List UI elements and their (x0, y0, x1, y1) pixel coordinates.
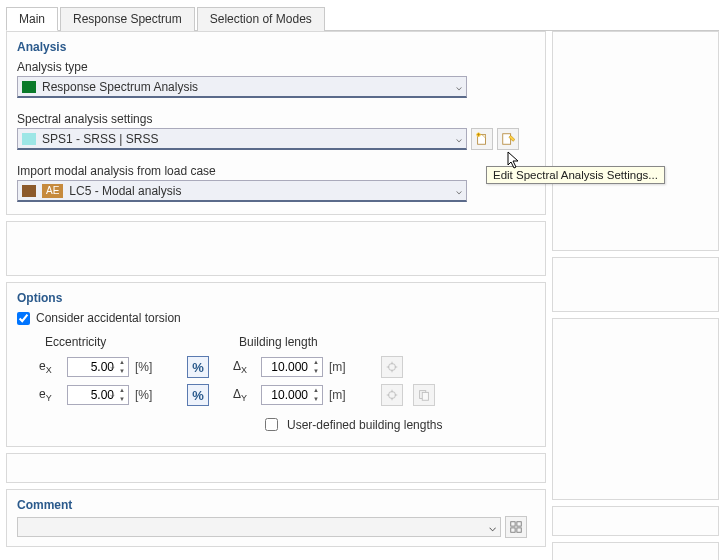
svg-point-6 (389, 392, 396, 399)
comment-title: Comment (17, 498, 535, 512)
copy-button[interactable] (413, 384, 435, 406)
dx-label: ΔX (233, 359, 255, 375)
spin-down-icon[interactable]: ▼ (116, 395, 128, 404)
color-swatch-icon (22, 133, 36, 145)
ex-percent-button[interactable]: % (187, 356, 209, 378)
import-modal-value: LC5 - Modal analysis (69, 184, 456, 198)
user-defined-lengths-checkbox[interactable] (265, 418, 278, 431)
accidental-torsion-label: Consider accidental torsion (36, 311, 181, 325)
copy-icon (417, 388, 431, 402)
comment-grid-button[interactable] (505, 516, 527, 538)
ey-label: eY (39, 387, 61, 403)
building-length-group: Building length ΔX ▲▼ [m] (233, 335, 442, 434)
color-swatch-icon (22, 185, 36, 197)
svg-rect-10 (517, 522, 521, 526)
svg-rect-8 (422, 392, 428, 400)
import-modal-label: Import modal analysis from load case (17, 164, 535, 178)
spin-up-icon[interactable]: ▲ (310, 386, 322, 395)
edit-file-icon (501, 132, 515, 146)
right-panel-1 (552, 31, 719, 251)
empty-panel (6, 453, 546, 483)
comment-panel: Comment ⌵ (6, 489, 546, 547)
eccentricity-header: Eccentricity (39, 335, 209, 349)
ex-label: eX (39, 359, 61, 375)
user-defined-lengths-label: User-defined building lengths (287, 418, 442, 432)
svg-point-5 (389, 364, 396, 371)
spin-up-icon[interactable]: ▲ (310, 358, 322, 367)
analysis-panel: Analysis Analysis type Response Spectrum… (6, 31, 546, 215)
spectral-settings-dropdown[interactable]: SPS1 - SRSS | SRSS ⌵ (17, 128, 467, 150)
dy-unit: [m] (329, 388, 357, 402)
right-panel-2 (552, 257, 719, 312)
spin-down-icon[interactable]: ▼ (310, 395, 322, 404)
dx-pick-button[interactable] (381, 356, 403, 378)
tab-main[interactable]: Main (6, 7, 58, 31)
chevron-down-icon: ⌵ (489, 520, 496, 534)
right-panel-4 (552, 506, 719, 536)
load-case-tag: AE (42, 184, 63, 198)
ex-unit: [%] (135, 360, 163, 374)
chevron-down-icon: ⌵ (456, 81, 462, 92)
tab-response-spectrum[interactable]: Response Spectrum (60, 7, 195, 31)
svg-rect-11 (511, 528, 515, 532)
chevron-down-icon: ⌵ (456, 133, 462, 144)
tab-selection-of-modes[interactable]: Selection of Modes (197, 7, 325, 31)
color-swatch-icon (22, 81, 36, 93)
spectral-settings-label: Spectral analysis settings (17, 112, 535, 126)
edit-spectral-settings-button[interactable] (497, 128, 519, 150)
options-title: Options (17, 291, 535, 305)
svg-rect-3 (503, 134, 511, 145)
import-modal-dropdown[interactable]: AE LC5 - Modal analysis ⌵ (17, 180, 467, 202)
spin-up-icon[interactable]: ▲ (116, 358, 128, 367)
spin-down-icon[interactable]: ▼ (116, 367, 128, 376)
target-icon (385, 360, 399, 374)
ey-percent-button[interactable]: % (187, 384, 209, 406)
spin-up-icon[interactable]: ▲ (116, 386, 128, 395)
options-panel: Options Consider accidental torsion Ecce… (6, 282, 546, 447)
analysis-type-dropdown[interactable]: Response Spectrum Analysis ⌵ (17, 76, 467, 98)
spin-down-icon[interactable]: ▼ (310, 367, 322, 376)
right-panel-5 (552, 542, 719, 560)
tooltip: Edit Spectral Analysis Settings... (486, 166, 665, 184)
chevron-down-icon: ⌵ (110, 390, 115, 399)
ey-unit: [%] (135, 388, 163, 402)
spectral-settings-value: SPS1 - SRSS | SRSS (42, 132, 456, 146)
chevron-down-icon: ⌵ (110, 362, 115, 371)
target-icon (385, 388, 399, 402)
tab-bar: Main Response Spectrum Selection of Mode… (6, 6, 719, 31)
empty-panel (6, 221, 546, 276)
new-spectral-settings-button[interactable] (471, 128, 493, 150)
dx-unit: [m] (329, 360, 357, 374)
right-panel-3 (552, 318, 719, 500)
accidental-torsion-checkbox[interactable] (17, 312, 30, 325)
svg-rect-12 (517, 528, 521, 532)
analysis-title: Analysis (17, 40, 535, 54)
building-length-header: Building length (233, 335, 442, 349)
comment-dropdown[interactable]: ⌵ (17, 517, 501, 537)
dy-label: ΔY (233, 387, 255, 403)
chevron-down-icon: ⌵ (456, 185, 462, 196)
analysis-type-value: Response Spectrum Analysis (42, 80, 456, 94)
new-file-icon (475, 132, 489, 146)
eccentricity-group: Eccentricity eX ⌵ ▲▼ [%] % eY (39, 335, 209, 434)
dy-pick-button[interactable] (381, 384, 403, 406)
grid-icon (509, 520, 523, 534)
svg-rect-9 (511, 522, 515, 526)
analysis-type-label: Analysis type (17, 60, 535, 74)
